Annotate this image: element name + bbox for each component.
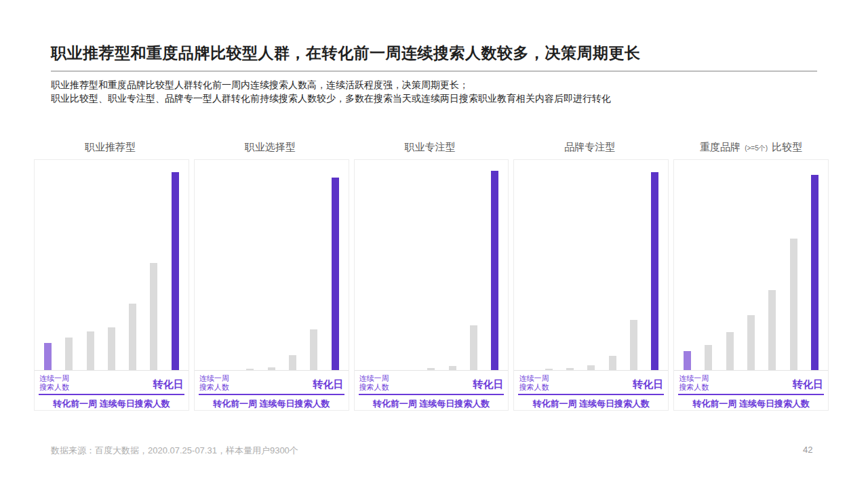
chart-title-small: (>=5个)	[743, 142, 769, 153]
axis-left-label-line1: 连续一周	[679, 374, 709, 382]
bar-plot	[195, 160, 349, 371]
daily-search-bar	[790, 239, 797, 370]
subtitle-line-1: 职业推荐型和重度品牌比较型人群转化前一周内连续搜索人数高，连续活跃程度强，决策周…	[51, 79, 817, 92]
daily-search-bar	[470, 325, 477, 370]
daily-search-bar	[566, 368, 574, 370]
axis-labels-row: 连续一周搜索人数 转化日	[514, 371, 668, 392]
chart-title-small	[296, 147, 298, 148]
axis-left-label-line2: 搜索人数	[519, 383, 549, 391]
axis-right-label: 转化日	[473, 378, 503, 392]
continuous-week-bar	[684, 351, 691, 370]
axis-right-label: 转化日	[313, 378, 344, 392]
daily-search-bar	[87, 331, 94, 370]
daily-search-bar	[726, 332, 734, 370]
chart-title-text: 职业选择型	[245, 141, 296, 154]
chart-title-small	[455, 147, 458, 148]
daily-search-bar	[609, 356, 616, 370]
chart-caption: 转化前一周 连续每日搜索人数	[674, 395, 828, 410]
axis-labels-row: 连续一周搜索人数 转化日	[674, 371, 828, 392]
axis-left-label-line1: 连续一周	[519, 374, 549, 382]
axis-left-label-line2: 搜索人数	[679, 383, 709, 391]
axis-left-label-line2: 搜索人数	[199, 383, 229, 391]
chart-title: 重度品牌 (>=5个) 比较型	[673, 136, 829, 159]
chart-caption: 转化前一周 连续每日搜索人数	[355, 395, 509, 410]
chart-title: 职业选择型	[194, 136, 349, 159]
subtitle: 职业推荐型和重度品牌比较型人群转化前一周内连续搜索人数高，连续活跃程度强，决策周…	[51, 79, 817, 105]
axis-labels-row: 连续一周搜索人数 转化日	[195, 371, 349, 392]
chart-title-text: 重度品牌	[700, 141, 743, 154]
axis-labels-row: 连续一周搜索人数 转化日	[355, 371, 509, 392]
chart-card: 连续一周搜索人数 转化日 转化前一周 连续每日搜索人数	[354, 159, 509, 411]
axis-left-label-line1: 连续一周	[39, 374, 69, 382]
axis-left-label-line1: 连续一周	[359, 374, 389, 382]
daily-search-bar	[427, 368, 435, 370]
conversion-day-bar	[811, 175, 818, 370]
chart-caption: 转化前一周 连续每日搜索人数	[35, 395, 189, 410]
daily-search-bar	[65, 338, 73, 370]
daily-search-bar	[449, 366, 456, 370]
axis-left-label: 连续一周搜索人数	[359, 374, 389, 392]
conversion-day-bar	[332, 178, 339, 370]
axis-left-label-line2: 搜索人数	[39, 383, 69, 391]
daily-search-bar	[246, 369, 254, 370]
chart-panel-career-selective: 职业选择型 连续一周搜索人数 转化日 转化前一周 连续每日搜索人数	[194, 136, 349, 411]
axis-right-label: 转化日	[153, 378, 184, 392]
bar-plot	[35, 160, 189, 371]
axis-right-label: 转化日	[633, 378, 663, 392]
daily-search-bar	[150, 263, 157, 370]
axis-left-label-line1: 连续一周	[199, 374, 229, 382]
daily-search-bar	[289, 355, 296, 370]
chart-title-text: 职业推荐型	[85, 141, 136, 154]
daily-search-bar	[310, 329, 317, 370]
daily-search-bar	[705, 345, 712, 370]
daily-search-bar	[129, 304, 136, 370]
bar-plot	[514, 160, 668, 371]
chart-card: 连续一周搜索人数 转化日 转化前一周 连续每日搜索人数	[34, 159, 189, 411]
conversion-day-bar	[491, 171, 498, 370]
chart-card: 连续一周搜索人数 转化日 转化前一周 连续每日搜索人数	[194, 159, 349, 411]
axis-right-label: 转化日	[793, 378, 823, 392]
axis-left-label-line2: 搜索人数	[359, 383, 389, 391]
conversion-day-bar	[651, 172, 658, 370]
daily-search-bar	[630, 320, 637, 370]
chart-card: 连续一周搜索人数 转化日 转化前一周 连续每日搜索人数	[673, 159, 829, 411]
chart-title-text: 职业专注型	[404, 141, 455, 154]
slide: 职业推荐型和重度品牌比较型人群，在转化前一周连续搜索人数较多，决策周期更长 职业…	[0, 0, 868, 488]
continuous-week-bar	[44, 343, 52, 370]
axis-left-label: 连续一周搜索人数	[679, 374, 709, 392]
charts-row: 职业推荐型 连续一周搜索人数 转化日 转化前一周 连续每日搜索人数 职业选择型 …	[34, 136, 829, 411]
axis-left-label: 连续一周搜索人数	[519, 374, 549, 392]
daily-search-bar	[747, 315, 755, 370]
chart-card: 连续一周搜索人数 转化日 转化前一周 连续每日搜索人数	[513, 159, 669, 411]
subtitle-line-2: 职业比较型、职业专注型、品牌专一型人群转化前持续搜索人数较少，多数在搜索当天或连…	[51, 92, 817, 106]
chart-panel-career-focused: 职业专注型 连续一周搜索人数 转化日 转化前一周 连续每日搜索人数	[354, 136, 509, 411]
chart-panel-heavy-brand-comparing: 重度品牌 (>=5个) 比较型 连续一周搜索人数 转化日 转化前一周 连续每日搜…	[673, 136, 829, 411]
axis-left-label: 连续一周搜索人数	[199, 374, 229, 392]
daily-search-bar	[768, 290, 776, 370]
chart-panel-career-recommended: 职业推荐型 连续一周搜索人数 转化日 转化前一周 连续每日搜索人数	[34, 136, 189, 411]
axis-labels-row: 连续一周搜索人数 转化日	[35, 371, 189, 392]
data-source-note: 数据来源：百度大数据，2020.07.25-07.31，样本量用户9300个	[51, 445, 298, 457]
chart-title-suffix: 比较型	[769, 141, 802, 154]
daily-search-bar	[587, 365, 595, 370]
chart-title-text: 品牌专注型	[564, 141, 615, 154]
chart-title: 职业专注型	[354, 136, 509, 159]
chart-caption: 转化前一周 连续每日搜索人数	[195, 395, 349, 410]
chart-panel-brand-focused: 品牌专注型 连续一周搜索人数 转化日 转化前一周 连续每日搜索人数	[513, 136, 669, 411]
chart-title-small	[136, 147, 138, 148]
bar-plot	[674, 160, 828, 371]
bar-plot	[355, 160, 509, 371]
chart-caption: 转化前一周 连续每日搜索人数	[514, 395, 668, 410]
page-title: 职业推荐型和重度品牌比较型人群，在转化前一周连续搜索人数较多，决策周期更长	[51, 43, 824, 64]
chart-title: 品牌专注型	[513, 136, 669, 159]
chart-title-small	[615, 147, 618, 148]
axis-left-label: 连续一周搜索人数	[39, 374, 69, 392]
page-number: 42	[803, 445, 812, 455]
daily-search-bar	[545, 369, 553, 370]
daily-search-bar	[268, 367, 275, 370]
daily-search-bar	[108, 327, 115, 370]
title-divider	[51, 70, 817, 72]
conversion-day-bar	[172, 172, 179, 370]
chart-title: 职业推荐型	[34, 136, 189, 159]
